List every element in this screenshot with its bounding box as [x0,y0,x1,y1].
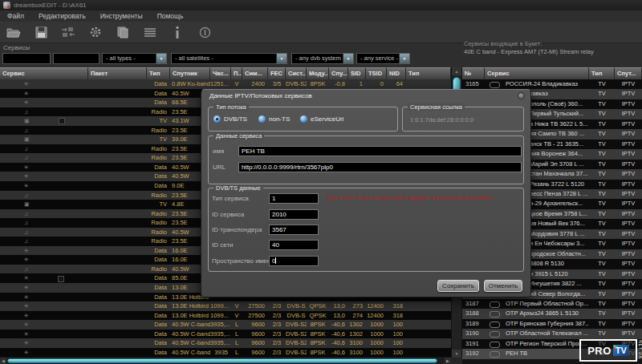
bouquet-number: 3165 [462,79,485,89]
radio-service-icon: ♫ [0,229,28,235]
service-row[interactable]: ✳Data40.5W C-band ...3935,...L96002/3DVB… [0,338,451,348]
chevron-down-icon[interactable]: ▼ [343,54,353,63]
save-icon[interactable] [33,25,49,39]
menu-tools[interactable]: Инструменты [93,10,150,22]
service-cell-pak [88,89,147,99]
bouquet-service-name: ОТР Областной Телеканал ... [506,329,589,338]
scroll-right-icon[interactable]: ▶ [445,358,451,364]
scroll-down-icon[interactable]: ▼ [452,350,461,358]
left-column-header[interactable]: Спу... [329,67,348,79]
chevron-down-icon[interactable]: ▼ [156,54,166,63]
stream-type-radio-non-ts[interactable]: non-TS [258,115,290,123]
satellite-filter-select[interactable]: - all satellites - ▼ [171,53,287,64]
bouquet-service-name: РЕН ТВ [506,349,589,358]
chevron-down-icon[interactable]: ▼ [276,54,286,63]
left-column-header[interactable]: Пакет [88,67,147,79]
bouquet-row[interactable]: 3165РОССИЯ-24 ВладикавказTVIPTV [462,79,642,89]
service-name-input[interactable]: РЕН ТВ [238,146,522,156]
left-column-header[interactable]: Сервис [0,67,88,79]
left-column-header[interactable]: П... [231,67,242,79]
service-cell-pak [88,348,147,358]
services-horizontal-scrollbar[interactable]: ◀ ▶ [0,358,451,364]
service-row[interactable]: ✳Data0.8W Ku-band ...1251...V24003/5DVB-… [0,79,451,89]
bouquet-label-line2: 40E C band - Express AM7 (T2-MI) Stream … [464,48,594,56]
service-cell-freq: 3935,... [210,320,231,330]
bouquet-column-header[interactable]: Сервис [485,67,589,79]
bouquet-service-position: IPTV [615,249,642,259]
service-cell-pol: V [231,79,242,89]
bouquet-service-type: TV [589,299,615,309]
title-bar[interactable]: dreamboxEDIT - D:\AX61 [0,0,642,10]
package-filter-input[interactable] [53,53,100,64]
stream-type-radio-eserviceuri[interactable]: eServiceUri [300,115,343,123]
bouquet-service-type: TV [589,259,615,269]
left-column-header[interactable]: Сист... [286,67,307,79]
service-cell-pak [88,200,147,209]
left-column-header[interactable]: NID [387,67,406,79]
open-icon[interactable] [6,25,22,39]
dvb-system-filter-select[interactable]: - any dvb system - ▼ [291,53,354,64]
bouquet-row[interactable]: 3188ОТР Архыз24 3865 L 5130TVIPTV [462,309,642,318]
service-filter-input[interactable] [2,53,51,64]
menu-help[interactable]: Помощь [150,10,191,22]
service-cell-type: Radio [147,144,170,154]
bouquet-row[interactable]: 3190ОТР Областной Телеканал ...TVIPTV [462,329,642,338]
service-cell-sid: 3100 [348,348,366,358]
radio-icon[interactable] [300,115,307,123]
service-cell-pol: L [231,320,242,330]
bouquet-column-header[interactable]: № [462,67,485,79]
radio-icon[interactable] [213,115,221,123]
close-icon[interactable] [518,92,525,99]
service-url-input[interactable]: http://0.0.0.0:9999/rtrn/3567plp0 [238,162,522,172]
transfer-icon[interactable] [60,25,76,39]
bouquet-column-header[interactable]: Тип [589,67,615,79]
stream-type-radio-dvb-ts[interactable]: DVB/TS [213,115,247,123]
left-column-header[interactable]: Спутник [170,67,210,79]
cancel-button[interactable]: Отменить [484,280,522,292]
horizontal-scroll-thumb[interactable] [7,358,437,363]
bouquet-service-type: TV [589,309,615,318]
type-filter-select[interactable]: - all types - ▼ [102,53,167,64]
left-column-header[interactable]: Тип [147,67,170,79]
service-row[interactable]: ✳Data40.5W C-band3935L96002/3DVB-S28PSK-… [0,348,451,358]
left-column-header[interactable]: Час... [210,67,231,79]
bouquet-column-header[interactable]: Спут... [615,67,642,79]
left-column-header[interactable]: FEC [268,67,286,79]
left-column-header[interactable]: Моду... [307,67,329,79]
settings-gear-icon[interactable] [87,25,104,39]
bouquet-service-position: IPTV [615,229,642,239]
data-service-icon: ✳ [0,91,29,96]
service-cell-pak [88,163,147,172]
radio-icon[interactable] [258,115,266,123]
left-column-header[interactable]: SID [348,67,366,79]
list-icon[interactable] [142,25,158,39]
service-row[interactable]: ✳Data13.0E Hotbird ...1099...V275002/3DV… [0,301,451,311]
bouquet-row[interactable]: 3187ОТР Первый Областной Ор...TVIPTV [462,299,642,309]
dvb-field-input-1[interactable]: 1 [269,193,319,204]
left-column-header[interactable]: Тип [406,67,451,79]
service-row[interactable]: ✳Data40.5W C-band ...3935,...L96002/3DVB… [0,320,451,330]
service-cell-type: Radio [147,265,170,274]
dvb-field-input-4[interactable]: 40 [269,240,319,250]
service-row[interactable]: ✳Data40.5W C-band ...3935,...L96002/3DVB… [0,330,451,339]
bouquet-row[interactable]: 3189ОТР Брянская Губерния 387...TVIPTV [462,319,642,329]
dvb-field-input-5[interactable]: 0 [269,256,319,266]
service-row[interactable]: ✳Data13.0E Hotbird ...1099...V275002/3DV… [0,311,451,321]
save-button[interactable]: Сохранить [437,280,479,292]
bouquet-service-position: IPTV [615,160,642,169]
info-icon[interactable] [169,25,185,39]
chevron-down-icon[interactable]: ▼ [399,54,409,63]
service-type-filter-select[interactable]: - any service - ▼ [356,53,410,64]
bouquet-service-position: IPTV [615,299,642,309]
services-table-header: СервисПакетТипСпутникЧас...П...Сим...FEC… [0,67,451,79]
scroll-left-icon[interactable]: ◀ [0,358,6,364]
left-column-header[interactable]: Сим... [242,67,268,79]
left-column-header[interactable]: TSID [366,67,387,79]
copy-icon[interactable] [115,25,131,39]
menu-edit[interactable]: Редактировать [31,10,93,22]
dvb-field-input-3[interactable]: 3567 [269,224,319,235]
about-icon[interactable] [197,25,213,39]
dvb-field-input-2[interactable]: 2010 [269,209,319,220]
menu-file[interactable]: Файл [0,10,31,22]
scroll-up-icon[interactable]: ▲ [452,67,461,75]
